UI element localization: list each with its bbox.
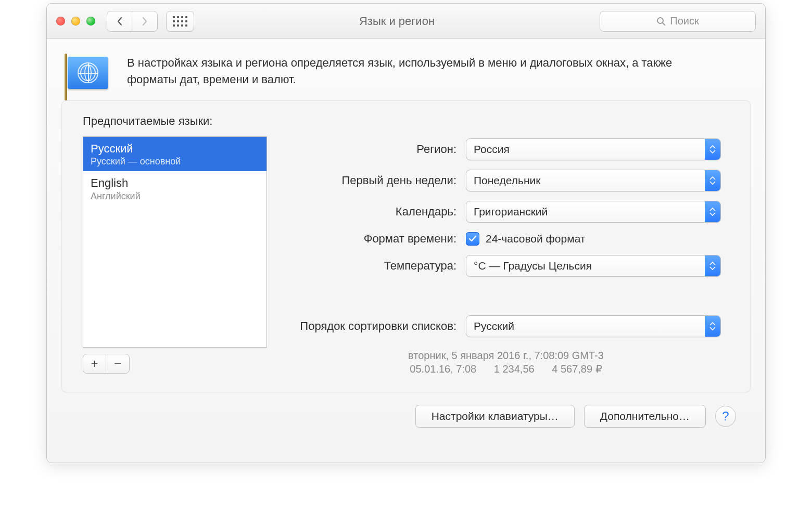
- footer: Настройки клавиатуры… Дополнительно… ?: [47, 405, 765, 428]
- region-popup[interactable]: Россия: [466, 138, 721, 160]
- chevron-up-down-icon: [705, 316, 720, 337]
- example-date-short: 05.01.16, 7:08: [402, 363, 484, 375]
- system-preferences-window: Язык и регион Поиск В настройках языка и…: [46, 3, 766, 463]
- first-day-label: Первый день недели:: [291, 174, 466, 187]
- time-format-value: 24-часовой формат: [486, 233, 585, 245]
- calendar-popup[interactable]: Григорианский: [466, 201, 721, 223]
- format-example-line1: вторник, 5 января 2016 г., 7:08:09 GMT-3: [291, 350, 721, 362]
- first-day-value: Понедельник: [474, 174, 541, 187]
- time-format-label: Формат времени:: [291, 232, 466, 246]
- keyboard-settings-button[interactable]: Настройки клавиатуры…: [415, 405, 575, 428]
- preferred-languages-label: Предпочитаемые языки:: [83, 114, 721, 128]
- sort-order-label: Порядок сортировки списков:: [291, 319, 466, 333]
- help-button[interactable]: ?: [715, 406, 736, 427]
- sort-order-popup[interactable]: Русский: [466, 315, 721, 337]
- format-settings: Регион: Россия Первый день недели: Понед…: [291, 136, 721, 375]
- calendar-label: Календарь:: [291, 205, 466, 219]
- calendar-value: Григорианский: [474, 206, 548, 218]
- settings-panel: Предпочитаемые языки: Русский Русский — …: [61, 100, 751, 392]
- format-example-line2: 05.01.16, 7:08 1 234,56 4 567,89 ₽: [291, 363, 721, 375]
- back-button[interactable]: [107, 11, 132, 31]
- temperature-popup[interactable]: °C — Градусы Цельсия: [466, 255, 721, 277]
- list-item[interactable]: English Английский: [83, 171, 267, 206]
- chevron-up-down-icon: [705, 170, 720, 191]
- show-all-button[interactable]: [166, 11, 194, 32]
- region-value: Россия: [474, 143, 510, 156]
- nav-back-forward: [107, 11, 158, 32]
- language-name: English: [91, 176, 259, 189]
- languages-column: Русский Русский — основной English Англи…: [83, 136, 267, 374]
- maximize-window-icon[interactable]: [86, 17, 95, 25]
- close-window-icon[interactable]: [56, 17, 65, 25]
- titlebar: Язык и регион Поиск: [47, 4, 765, 39]
- grid-icon: [173, 16, 187, 27]
- add-remove-segment: + −: [83, 354, 130, 374]
- add-language-button[interactable]: +: [83, 354, 106, 373]
- list-item[interactable]: Русский Русский — основной: [83, 137, 267, 171]
- temperature-value: °C — Градусы Цельсия: [474, 260, 592, 272]
- sort-order-value: Русский: [474, 320, 514, 332]
- advanced-button[interactable]: Дополнительно…: [584, 405, 706, 428]
- intro-section: В настройках языка и региона определяетс…: [47, 39, 765, 100]
- forward-button[interactable]: [132, 11, 157, 31]
- chevron-up-down-icon: [705, 201, 720, 222]
- example-currency: 4 567,89 ₽: [544, 363, 609, 375]
- time-format-checkbox[interactable]: [466, 232, 479, 246]
- language-region-icon: [68, 57, 108, 89]
- minimize-window-icon[interactable]: [71, 17, 80, 25]
- checkmark-icon: [468, 235, 477, 242]
- first-day-popup[interactable]: Понедельник: [466, 170, 721, 191]
- window-controls: [56, 17, 95, 25]
- intro-text: В настройках языка и региона определяетс…: [127, 55, 715, 88]
- chevron-up-down-icon: [705, 139, 720, 160]
- temperature-label: Температура:: [291, 259, 466, 273]
- window-title: Язык и регион: [202, 15, 591, 28]
- remove-language-button[interactable]: −: [106, 354, 129, 373]
- chevron-up-down-icon: [705, 255, 720, 276]
- search-field[interactable]: Поиск: [600, 11, 756, 32]
- language-subtitle: Русский — основной: [91, 156, 259, 167]
- search-icon: [656, 17, 666, 26]
- language-subtitle: Английский: [91, 191, 259, 202]
- search-placeholder: Поиск: [670, 15, 699, 27]
- language-name: Русский: [91, 142, 259, 155]
- example-number: 1 234,56: [487, 363, 542, 375]
- svg-line-1: [663, 23, 665, 25]
- languages-list[interactable]: Русский Русский — основной English Англи…: [83, 136, 267, 348]
- region-label: Регион:: [291, 143, 466, 156]
